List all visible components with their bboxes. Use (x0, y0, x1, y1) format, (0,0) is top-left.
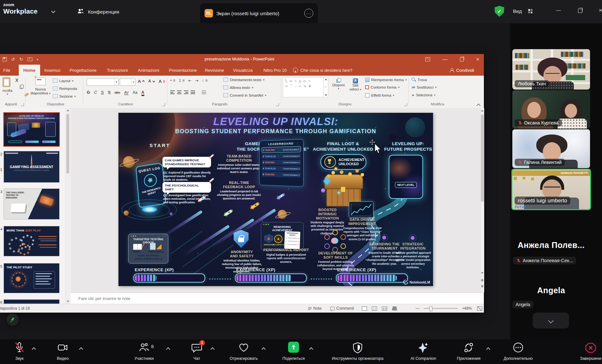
toolbar-host-tools-button[interactable]: Инструменты организатора (319, 339, 396, 364)
scroll-down-icon[interactable] (481, 272, 484, 274)
section-button[interactable]: Sezione▾ (53, 94, 76, 98)
zoom-out-button[interactable]: — (416, 306, 419, 311)
start-presentation-icon[interactable] (28, 58, 32, 61)
previous-slide-button[interactable] (481, 279, 484, 281)
toolbar-participants-button[interactable]: 8 Участники (128, 339, 160, 364)
thumbnail-slide-5[interactable]: THE PILOT STUDY (4, 263, 60, 293)
notes-pane[interactable]: Fare clic per inserire le note (71, 293, 484, 304)
paragrafo-dialog-launcher[interactable] (276, 103, 279, 106)
change-case-button[interactable]: Aa (133, 90, 138, 95)
font-color-button[interactable]: A (141, 90, 144, 96)
toolbar-end-button[interactable]: Завершени (573, 339, 602, 364)
tab-animazioni[interactable]: Animazioni (138, 65, 159, 76)
shape-effects-button[interactable]: Effetti forma▾ (365, 93, 394, 98)
tab-presentazione[interactable]: Presentazione (169, 65, 197, 76)
character-spacing-button[interactable]: AV (124, 91, 129, 95)
toolbar-share-button[interactable]: Поделиться (279, 339, 308, 364)
comments-toggle-button[interactable]: Commenti (330, 304, 354, 313)
tab-transizioni[interactable]: Transizioni (107, 65, 128, 76)
toolbar-chat-button[interactable]: 1 Чат (184, 339, 209, 364)
next-slide-button[interactable] (481, 285, 484, 288)
toolbar-video-button[interactable]: Видео (50, 339, 76, 364)
tab-inserisci[interactable]: Inserisci (44, 65, 61, 76)
toolbar-apps-button[interactable]: Приложения (451, 339, 487, 364)
participants-chevron[interactable] (166, 347, 170, 351)
find-button[interactable]: Trova (412, 78, 427, 82)
view-layout-icon[interactable] (528, 9, 532, 13)
view-button[interactable]: Вид (513, 8, 522, 14)
align-left-icon[interactable] (170, 91, 175, 94)
collapse-ribbon-icon[interactable] (476, 103, 481, 108)
zoom-slider[interactable] (424, 308, 458, 309)
smartart-button[interactable]: Converti in SmartArt▾ (223, 93, 266, 97)
tellme-box[interactable]: Che cosa si desidera fare? (293, 65, 352, 76)
video-options-chevron[interactable] (79, 347, 83, 351)
ppt-close-button[interactable]: × (476, 56, 479, 63)
arrange-button[interactable]: Disponi ▾ (331, 78, 346, 90)
main-scrollbar[interactable] (480, 108, 484, 293)
shapes-gallery-scroll[interactable]: ≡ (323, 78, 328, 97)
reading-view-button[interactable] (382, 306, 387, 311)
columns-icon[interactable] (202, 91, 206, 94)
participant-video[interactable]: Галина Левинтий (512, 129, 590, 168)
fit-slide-button[interactable] (477, 304, 482, 313)
clear-formatting-button[interactable]: A (159, 79, 165, 84)
tab-progettazione[interactable]: Progettazione (70, 65, 96, 76)
toolbar-react-button[interactable]: Отреагировать (223, 339, 265, 364)
cut-icon[interactable] (15, 78, 19, 82)
tab-meeting[interactable]: Конференция (77, 0, 119, 23)
tab-file[interactable]: File (3, 65, 10, 76)
annotation-pencil-button[interactable] (6, 314, 19, 326)
participant-display-name[interactable]: Angela (512, 286, 590, 295)
align-center-icon[interactable] (177, 91, 182, 94)
align-text-button[interactable]: Allinea testo▾ (223, 85, 253, 90)
share-button[interactable]: Condividi (450, 66, 474, 74)
save-icon[interactable] (3, 57, 7, 61)
strikethrough-button[interactable]: abc (115, 91, 120, 94)
toolbar-ai-companion-button[interactable]: AI Companion (404, 339, 443, 364)
font-size-combobox[interactable]: ▾ (120, 79, 135, 86)
tab-revisione[interactable]: Revisione (205, 65, 224, 76)
restore-button[interactable] (578, 9, 582, 13)
select-button[interactable]: ➤Seleziona▾ (412, 93, 435, 97)
shadow-button[interactable]: S (108, 90, 111, 95)
scroll-participants-button[interactable] (533, 313, 569, 328)
copy-icon[interactable] (20, 85, 23, 89)
tab-shared-screen[interactable]: RL Экран (rossetti luigi umberto) ··· (200, 3, 318, 23)
participant-video[interactable]: Оксана Куртева (512, 90, 590, 129)
thumbnail-slide-6[interactable] (4, 299, 60, 304)
toolbar-more-button[interactable]: Дополнительно (497, 339, 539, 364)
toolbar-audio-button[interactable]: Звук (6, 339, 32, 364)
scroll-down-icon[interactable] (67, 301, 69, 302)
zoom-slider-thumb[interactable] (429, 306, 432, 311)
tab-more-options-icon[interactable]: ··· (304, 9, 313, 18)
text-direction-button[interactable]: Orientamento testo▾ (223, 78, 264, 82)
notes-toggle-button[interactable]: Note (308, 304, 321, 313)
close-button[interactable]: × (599, 7, 602, 14)
audio-options-chevron[interactable] (32, 347, 36, 351)
chat-chevron[interactable] (210, 347, 215, 351)
react-chevron[interactable] (262, 347, 266, 351)
shape-outline-button[interactable]: Contorno forma▾ (365, 85, 399, 89)
minimize-button[interactable]: — (556, 7, 561, 13)
paste-button[interactable]: ncolla ▾ (3, 77, 12, 96)
ppt-minimize-button[interactable]: — (442, 57, 448, 62)
ribbon-display-options-icon[interactable] (425, 57, 430, 61)
align-right-icon[interactable] (184, 91, 188, 94)
tab-visualizza[interactable]: Visualizza (233, 65, 253, 76)
thumbnail-slide-1[interactable]: LEVELING UP INVALSI: BOOSTING STUDENT PE… (3, 112, 60, 147)
slideshow-view-button[interactable] (392, 306, 397, 311)
participant-video-active-speaker[interactable]: Umberto ROSSETTI rossetti luigi umberto … (511, 169, 591, 210)
shrink-font-button[interactable]: A (148, 79, 155, 83)
thumbnail-slide-4[interactable]: MORE THAN JUST PLAY (4, 226, 60, 256)
disegno-dialog-launcher[interactable] (404, 103, 407, 106)
participant-video[interactable]: Любовь Ткач (512, 49, 590, 90)
grow-font-button[interactable]: A (138, 79, 144, 84)
list-buttons[interactable]: •≡ 1≡ ⇤ ⇥ ↕≡ (170, 78, 209, 83)
new-slide-button[interactable]: Nuova diapositiva ▾ (30, 78, 51, 95)
underline-button[interactable]: S (101, 90, 104, 95)
redo-icon[interactable]: ↻ (19, 57, 23, 62)
undo-icon[interactable]: ↺ (11, 57, 15, 62)
thumbnails-scrollbar[interactable] (65, 108, 70, 304)
workspace-chevron-down-icon[interactable] (51, 9, 55, 13)
